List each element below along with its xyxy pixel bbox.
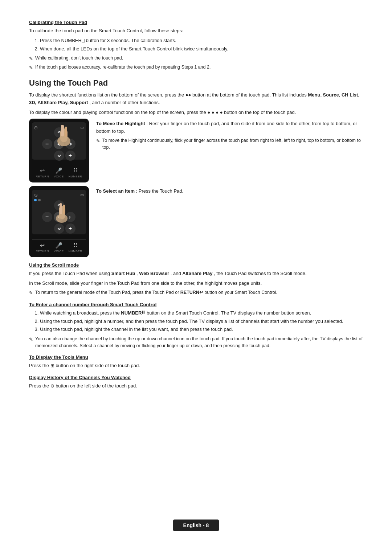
scroll-mode-text2: In the Scroll mode, slide your finger in…	[29, 280, 363, 287]
note-icon-2: ✎	[29, 64, 33, 71]
screen-signal-icon: ▭	[80, 125, 84, 130]
p-btn-2: p	[65, 212, 75, 222]
channel-history-title: Display History of the Channels You Watc…	[29, 375, 363, 380]
left-arrow-btn	[54, 139, 64, 149]
channel-step-1: While watching a broadcast, press the NU…	[40, 309, 363, 317]
move-highlight-desc: To Move the Highlight : Rest your finger…	[96, 119, 363, 152]
plus-btn-2: +	[65, 223, 75, 234]
down-btn-2	[54, 223, 64, 234]
up-btn	[54, 127, 64, 137]
screen-clock-icon: ◷	[34, 125, 38, 130]
device-screen-2: ◷ ▭ −	[32, 190, 86, 234]
channel-number-section: To Enter a channel number through Smart …	[29, 302, 363, 349]
channel-step-2: Using the touch pad, highlight a number,…	[40, 318, 363, 325]
scroll-mode-text1: If you press the Touch Pad when using Sm…	[29, 270, 363, 278]
touch-pad-intro2: To display the colour and playing contro…	[29, 109, 363, 116]
nav-grid-1: − +	[42, 127, 76, 161]
plus-btn: +	[65, 151, 75, 161]
screen-signal-icon-2: ▭	[80, 193, 84, 197]
touch-pad-intro1: To display the shortcut functions list o…	[29, 91, 363, 107]
voice-btn: 🎤 VOICE	[54, 167, 64, 178]
footer-badge: English - 8	[173, 520, 219, 531]
channel-history-section: Display History of the Channels You Watc…	[29, 375, 363, 390]
scroll-mode-note: ✎ To return to the general mode of the T…	[29, 289, 363, 297]
nav-grid-2: − p +	[42, 200, 76, 234]
device-screen-1: ◷ ▭ −	[32, 122, 86, 160]
scroll-mode-title: Using the Scroll mode	[29, 262, 363, 268]
minus-btn: −	[42, 139, 52, 149]
device-image-1: ◷ ▭ −	[29, 119, 89, 182]
channel-number-note: ✎ You can also change the channel by tou…	[29, 336, 363, 349]
scroll-mode-section: Using the Scroll mode If you press the T…	[29, 262, 363, 297]
move-highlight-row: ◷ ▭ −	[29, 119, 363, 182]
calibrating-note-1: ✎ While calibrating, don't touch the tou…	[29, 55, 363, 62]
number-btn: ⠿ NUMBER	[69, 167, 82, 178]
channel-step-3: Using the touch pad, highlight the chann…	[40, 326, 363, 333]
note-icon-channel: ✎	[29, 336, 33, 343]
calibrating-steps: Press the NUMBER⎕ button for 3 seconds. …	[40, 37, 363, 53]
calibrating-intro: To calibrate the touch pad on the Smart …	[29, 27, 363, 35]
return-btn-2: ↩ RETURN	[36, 242, 49, 253]
calibrating-note-2: ✎ If the touch pad looses accuracy, re-c…	[29, 64, 363, 71]
device-bottom-1: ↩ RETURN 🎤 VOICE ⠿ NUMBER	[32, 165, 86, 179]
note-icon-3: ✎	[96, 137, 100, 145]
device-image-2: ◷ ▭ −	[29, 186, 89, 257]
channel-history-text: Press the ⊙ button on the left side of t…	[29, 382, 363, 390]
select-item-row: ◷ ▭ −	[29, 186, 363, 257]
number-btn-2: ⠿ NUMBER	[69, 242, 82, 253]
left-btn-2	[54, 212, 64, 222]
up-btn-2	[54, 200, 64, 210]
tools-menu-title: To Display the Tools Menu	[29, 354, 363, 360]
note-icon-scroll: ✎	[29, 290, 33, 297]
footer: English - 8	[0, 520, 392, 531]
channel-number-title: To Enter a channel number through Smart …	[29, 302, 363, 307]
down-btn	[54, 151, 64, 161]
calibrating-step-1: Press the NUMBER⎕ button for 3 seconds. …	[40, 37, 363, 45]
calibrating-title: Calibrating the Touch Pad	[29, 20, 363, 25]
screen-clock-icon-2: ◷	[34, 193, 38, 197]
select-item-desc: To Select an item : Press the Touch Pad.	[96, 186, 363, 195]
tools-menu-text: Press the ⊞ button on the right side of …	[29, 362, 363, 370]
voice-btn-2: 🎤 VOICE	[54, 242, 64, 253]
calibrating-section: Calibrating the Touch Pad To calibrate t…	[29, 20, 363, 71]
device-bottom-2: ↩ RETURN 🎤 VOICE ⠿ NUMBER	[32, 239, 86, 254]
touch-pad-title: Using the Touch Pad	[29, 78, 363, 88]
touch-pad-section: Using the Touch Pad To display the short…	[29, 78, 363, 257]
right-arrow-btn	[65, 139, 75, 149]
channel-number-steps: While watching a broadcast, press the NU…	[40, 309, 363, 333]
minus-btn-2: −	[42, 212, 52, 222]
note-icon-1: ✎	[29, 55, 33, 62]
calibrating-step-2: When done, all the LEDs on the top of th…	[40, 45, 363, 53]
return-btn: ↩ RETURN	[36, 167, 49, 178]
move-highlight-note: ✎ To move the Highlight continuously, fl…	[96, 137, 363, 151]
tools-menu-section: To Display the Tools Menu Press the ⊞ bu…	[29, 354, 363, 370]
